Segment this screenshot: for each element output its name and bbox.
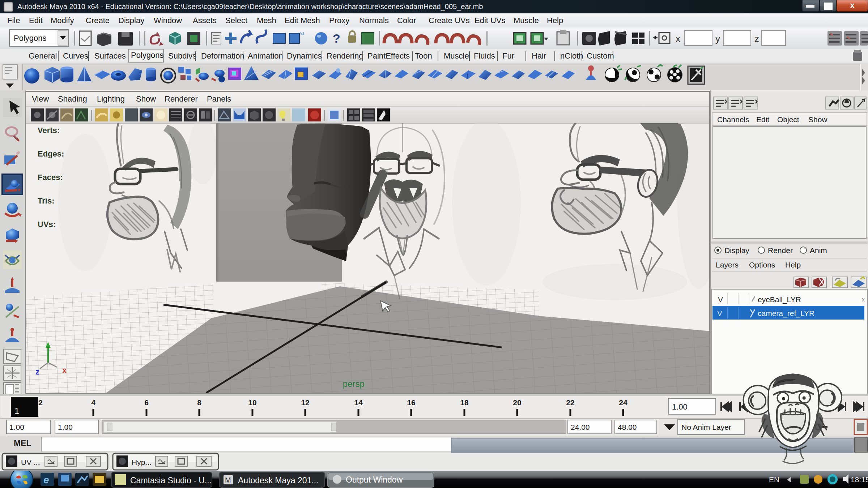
svg-text:Faces:: Faces: (38, 173, 63, 182)
svg-text:x: x (676, 33, 680, 44)
svg-text:Hyp...: Hyp... (132, 458, 152, 466)
svg-text:Channels: Channels (717, 115, 749, 124)
svg-text:Anim: Anim (810, 246, 827, 254)
svg-text:z: z (754, 33, 759, 44)
svg-text:1: 1 (14, 406, 19, 416)
svg-text:16: 16 (407, 398, 415, 407)
svg-text:Dynamics: Dynamics (287, 51, 322, 60)
svg-text:Animation: Animation (248, 51, 283, 60)
svg-text:PaintEffects: PaintEffects (367, 51, 410, 60)
svg-text:No Anim Layer: No Anim Layer (681, 423, 731, 431)
svg-text:12: 12 (301, 398, 309, 407)
svg-text:20: 20 (513, 398, 521, 407)
svg-text:Camtasia Studio - U...: Camtasia Studio - U... (130, 476, 212, 485)
svg-text:18:15: 18:15 (851, 475, 868, 484)
svg-text:4: 4 (91, 398, 95, 407)
svg-text:10: 10 (248, 398, 256, 407)
svg-text:Display: Display (724, 246, 749, 254)
svg-text:camera_ref_LYR: camera_ref_LYR (758, 309, 814, 318)
svg-text:e: e (43, 474, 49, 485)
svg-text:Surfaces: Surfaces (94, 51, 126, 60)
svg-text:Autodesk Maya 201...: Autodesk Maya 201... (238, 476, 318, 485)
svg-text:Verts:: Verts: (38, 126, 60, 135)
svg-text:M: M (225, 476, 231, 484)
svg-text:Muscle: Muscle (444, 51, 469, 60)
svg-text:nCloth: nCloth (560, 51, 583, 60)
svg-text:Rendering: Rendering (327, 51, 363, 60)
svg-text:Toon: Toon (415, 51, 432, 60)
svg-text:y: y (715, 33, 720, 44)
svg-text:persp: persp (343, 379, 365, 389)
svg-text:Deformation: Deformation (201, 51, 244, 60)
svg-text:22: 22 (566, 398, 574, 407)
svg-text:Edit: Edit (756, 115, 769, 124)
svg-text:Output Window: Output Window (346, 475, 403, 484)
svg-text:UV ...: UV ... (21, 458, 40, 466)
svg-text:1.00: 1.00 (672, 402, 688, 411)
svg-text:Options: Options (749, 261, 775, 269)
svg-text:Tris:: Tris: (38, 196, 54, 205)
svg-text:1.00: 1.00 (9, 423, 24, 431)
svg-text:14: 14 (354, 398, 363, 407)
svg-text:Custom: Custom (587, 51, 614, 60)
svg-text:Fluids: Fluids (474, 51, 495, 60)
svg-text:24.00: 24.00 (571, 423, 590, 431)
svg-text:Edges:: Edges: (38, 149, 64, 158)
svg-text:Render: Render (768, 246, 793, 254)
svg-text:8: 8 (197, 398, 201, 407)
svg-text:1.00: 1.00 (58, 423, 73, 431)
svg-text:General: General (29, 51, 57, 60)
svg-text:6: 6 (144, 398, 149, 407)
svg-text:Polygons: Polygons (131, 51, 164, 60)
svg-text:Help: Help (785, 261, 801, 269)
svg-text:Layers: Layers (716, 261, 739, 269)
svg-text:x: x (862, 296, 865, 303)
svg-text:24: 24 (619, 398, 627, 407)
svg-text:x: x (62, 366, 67, 375)
svg-text:z: z (35, 367, 39, 376)
svg-text:48.00: 48.00 (618, 423, 637, 431)
svg-text:Fur: Fur (502, 51, 514, 60)
svg-text:2: 2 (38, 398, 43, 407)
svg-text:Curves: Curves (63, 51, 88, 60)
svg-text:EN: EN (769, 475, 779, 484)
svg-text:Show: Show (808, 115, 827, 124)
svg-text:18: 18 (460, 398, 469, 407)
svg-text:V: V (717, 309, 722, 317)
svg-text:Polygons: Polygons (14, 34, 47, 43)
svg-text:?: ? (333, 31, 340, 45)
svg-text:Object: Object (777, 115, 799, 124)
svg-text:V: V (718, 295, 723, 304)
svg-text:Hair: Hair (532, 51, 546, 60)
svg-text:UVs:: UVs: (38, 220, 56, 229)
svg-text:eyeBall_LYR: eyeBall_LYR (758, 295, 801, 304)
svg-text:Subdivs: Subdivs (168, 51, 196, 60)
